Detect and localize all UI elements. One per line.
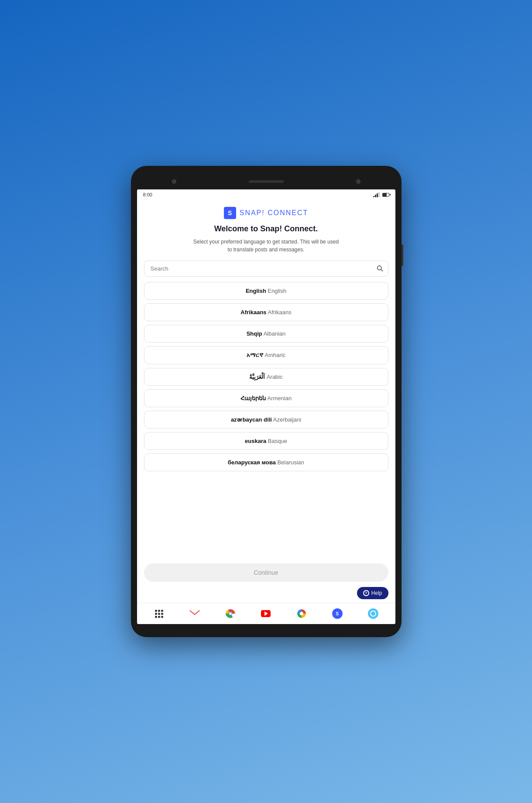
language-translated: Arabic xyxy=(267,374,283,380)
signal-bar-3 xyxy=(377,193,378,197)
tablet-camera xyxy=(172,179,176,184)
language-native: Afrikaans xyxy=(240,309,266,316)
language-item[interactable]: Shqip Albanian xyxy=(144,325,388,343)
nav-connect-icon[interactable] xyxy=(366,607,380,621)
search-input[interactable] xyxy=(144,261,388,277)
help-label: Help xyxy=(371,590,382,596)
tablet-device: 8:00 S SNAP! CONNECT xyxy=(131,166,402,637)
language-translated: Afrikaans xyxy=(268,309,291,316)
signal-bar-1 xyxy=(373,196,374,197)
battery-icon xyxy=(382,193,389,197)
logo-regular: CONNECT xyxy=(265,209,309,216)
apps-grid xyxy=(155,610,163,618)
language-native: English xyxy=(246,288,266,294)
language-translated: Armenian xyxy=(267,395,292,402)
language-native: Հայերեն xyxy=(240,395,266,402)
continue-button[interactable]: Continue xyxy=(144,563,388,582)
status-time: 8:00 xyxy=(143,192,152,197)
language-translated: English xyxy=(268,288,286,294)
youtube-icon xyxy=(261,610,271,617)
nav-gmail-icon[interactable] xyxy=(188,607,202,621)
language-item[interactable]: беларуская мова Belarusian xyxy=(144,453,388,471)
status-bar: 8:00 xyxy=(137,189,395,200)
language-item[interactable]: አማርኛ Amharic xyxy=(144,346,388,364)
search-icon xyxy=(376,264,383,271)
language-native: اَلْعَرَبِيَّةُ xyxy=(249,374,265,380)
svg-line-1 xyxy=(381,269,383,271)
tablet-top-bar xyxy=(137,174,395,189)
language-item[interactable]: euskara Basque xyxy=(144,432,388,450)
language-translated: Basque xyxy=(268,438,287,444)
continue-section: Continue xyxy=(137,560,395,585)
nav-photos-icon[interactable] xyxy=(295,607,309,621)
help-row: ? Help xyxy=(137,585,395,603)
language-native: አማርኛ xyxy=(247,352,263,358)
nav-dock: S xyxy=(137,603,395,624)
signal-bar-4 xyxy=(378,192,380,197)
tablet-speaker xyxy=(249,180,284,183)
language-translated: Amharic xyxy=(264,352,285,358)
help-button[interactable]: ? Help xyxy=(357,587,388,599)
search-container xyxy=(144,261,388,277)
app-logo: S SNAP! CONNECT xyxy=(224,207,309,219)
nav-apps-icon[interactable] xyxy=(152,607,166,621)
language-native: беларуская мова xyxy=(228,459,276,466)
language-list: English EnglishAfrikaans AfrikaansShqip … xyxy=(144,282,388,556)
status-icons xyxy=(373,192,389,197)
app-logo-text: SNAP! CONNECT xyxy=(240,209,309,217)
snap-logo-icon: S xyxy=(224,207,236,219)
svg-point-5 xyxy=(229,612,232,615)
nav-youtube-icon[interactable] xyxy=(259,607,273,621)
language-native: euskara xyxy=(245,438,266,444)
tablet-screen: 8:00 S SNAP! CONNECT xyxy=(137,189,395,624)
language-item[interactable]: Հայերեն Armenian xyxy=(144,389,388,407)
photos-icon xyxy=(296,608,307,619)
language-translated: Belarusian xyxy=(278,459,304,466)
nav-chrome-icon[interactable] xyxy=(223,607,237,621)
welcome-subtitle: Select your preferred language to get st… xyxy=(192,238,340,254)
signal-bar-2 xyxy=(375,195,376,197)
language-item[interactable]: English English xyxy=(144,282,388,300)
signal-icon xyxy=(373,192,380,197)
language-translated: Azerbaijani xyxy=(273,416,301,423)
svg-point-6 xyxy=(300,612,303,615)
side-button xyxy=(402,244,403,266)
logo-bold: SNAP! xyxy=(240,209,265,216)
help-question-icon: ? xyxy=(363,590,369,596)
language-native: Shqip xyxy=(247,330,262,337)
app-content: S SNAP! CONNECT Welcome to Snap! Connect… xyxy=(137,200,395,560)
chrome-icon xyxy=(225,608,236,619)
language-item[interactable]: azərbaycan dili Azerbaijani xyxy=(144,411,388,429)
tablet-front-camera xyxy=(356,179,360,184)
svg-rect-2 xyxy=(189,610,200,618)
connect-app-icon xyxy=(368,608,378,619)
yt-play-icon xyxy=(264,611,268,616)
welcome-title: Welcome to Snap! Connect. xyxy=(214,224,318,233)
language-translated: Albanian xyxy=(264,330,286,337)
language-item[interactable]: Afrikaans Afrikaans xyxy=(144,303,388,321)
search-icon-button[interactable] xyxy=(376,264,383,273)
connect-bubble xyxy=(370,611,376,617)
gmail-icon xyxy=(189,610,200,618)
battery-level xyxy=(383,193,387,196)
nav-snap-icon[interactable]: S xyxy=(330,607,344,621)
language-native: azərbaycan dili xyxy=(231,416,272,423)
language-item[interactable]: اَلْعَرَبِيَّةُ Arabic xyxy=(144,368,388,386)
snap-app-icon: S xyxy=(332,608,343,619)
